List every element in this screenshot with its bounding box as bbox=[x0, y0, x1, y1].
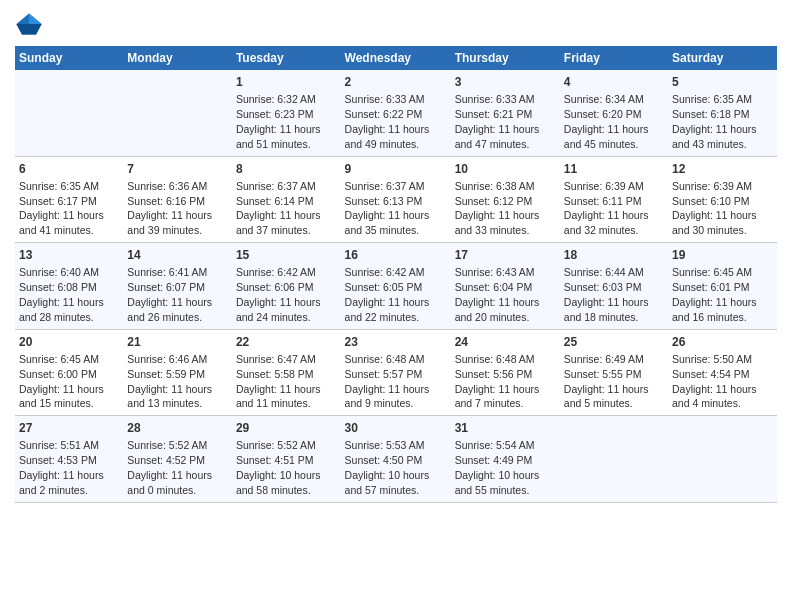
day-number: 12 bbox=[672, 161, 773, 177]
cell-detail: Daylight: 11 hours and 33 minutes. bbox=[455, 209, 540, 236]
cell-detail: Sunset: 6:07 PM bbox=[127, 281, 205, 293]
day-number: 29 bbox=[236, 420, 337, 436]
cell-1-1 bbox=[15, 70, 123, 156]
cell-detail: Sunrise: 6:33 AM bbox=[455, 93, 535, 105]
col-header-wednesday: Wednesday bbox=[341, 46, 451, 70]
cell-detail: Daylight: 11 hours and 51 minutes. bbox=[236, 123, 321, 150]
day-number: 10 bbox=[455, 161, 556, 177]
cell-detail: Sunset: 6:04 PM bbox=[455, 281, 533, 293]
week-row-4: 20Sunrise: 6:45 AMSunset: 6:00 PMDayligh… bbox=[15, 329, 777, 416]
cell-detail: Sunset: 6:01 PM bbox=[672, 281, 750, 293]
cell-4-1: 20Sunrise: 6:45 AMSunset: 6:00 PMDayligh… bbox=[15, 329, 123, 416]
cell-detail: Daylight: 11 hours and 26 minutes. bbox=[127, 296, 212, 323]
cell-detail: Sunset: 5:55 PM bbox=[564, 368, 642, 380]
cell-detail: Daylight: 11 hours and 4 minutes. bbox=[672, 383, 757, 410]
cell-detail: Daylight: 11 hours and 24 minutes. bbox=[236, 296, 321, 323]
week-row-1: 1Sunrise: 6:32 AMSunset: 6:23 PMDaylight… bbox=[15, 70, 777, 156]
cell-2-7: 12Sunrise: 6:39 AMSunset: 6:10 PMDayligh… bbox=[668, 156, 777, 243]
cell-detail: Sunrise: 6:39 AM bbox=[564, 180, 644, 192]
col-header-thursday: Thursday bbox=[451, 46, 560, 70]
cell-detail: Sunrise: 6:47 AM bbox=[236, 353, 316, 365]
cell-detail: Sunrise: 6:35 AM bbox=[19, 180, 99, 192]
cell-detail: Daylight: 11 hours and 35 minutes. bbox=[345, 209, 430, 236]
cell-detail: Sunrise: 6:32 AM bbox=[236, 93, 316, 105]
cell-detail: Sunset: 6:22 PM bbox=[345, 108, 423, 120]
page: SundayMondayTuesdayWednesdayThursdayFrid… bbox=[0, 0, 792, 513]
cell-detail: Sunrise: 6:37 AM bbox=[236, 180, 316, 192]
cell-detail: Daylight: 11 hours and 18 minutes. bbox=[564, 296, 649, 323]
day-number: 2 bbox=[345, 74, 447, 90]
cell-5-7 bbox=[668, 416, 777, 503]
cell-4-4: 23Sunrise: 6:48 AMSunset: 5:57 PMDayligh… bbox=[341, 329, 451, 416]
day-number: 9 bbox=[345, 161, 447, 177]
cell-4-3: 22Sunrise: 6:47 AMSunset: 5:58 PMDayligh… bbox=[232, 329, 341, 416]
day-number: 23 bbox=[345, 334, 447, 350]
day-number: 3 bbox=[455, 74, 556, 90]
cell-5-5: 31Sunrise: 5:54 AMSunset: 4:49 PMDayligh… bbox=[451, 416, 560, 503]
col-header-tuesday: Tuesday bbox=[232, 46, 341, 70]
cell-4-5: 24Sunrise: 6:48 AMSunset: 5:56 PMDayligh… bbox=[451, 329, 560, 416]
day-number: 28 bbox=[127, 420, 228, 436]
cell-detail: Sunset: 6:12 PM bbox=[455, 195, 533, 207]
cell-detail: Sunrise: 6:33 AM bbox=[345, 93, 425, 105]
week-row-2: 6Sunrise: 6:35 AMSunset: 6:17 PMDaylight… bbox=[15, 156, 777, 243]
week-row-3: 13Sunrise: 6:40 AMSunset: 6:08 PMDayligh… bbox=[15, 243, 777, 330]
header bbox=[15, 10, 777, 38]
cell-detail: Sunset: 5:56 PM bbox=[455, 368, 533, 380]
day-number: 24 bbox=[455, 334, 556, 350]
cell-detail: Sunset: 6:06 PM bbox=[236, 281, 314, 293]
cell-detail: Sunset: 6:05 PM bbox=[345, 281, 423, 293]
cell-detail: Sunrise: 5:51 AM bbox=[19, 439, 99, 451]
cell-2-3: 8Sunrise: 6:37 AMSunset: 6:14 PMDaylight… bbox=[232, 156, 341, 243]
cell-detail: Sunset: 6:18 PM bbox=[672, 108, 750, 120]
cell-detail: Sunrise: 6:45 AM bbox=[19, 353, 99, 365]
logo-icon bbox=[15, 10, 43, 38]
day-number: 26 bbox=[672, 334, 773, 350]
cell-detail: Sunset: 6:08 PM bbox=[19, 281, 97, 293]
cell-detail: Daylight: 11 hours and 11 minutes. bbox=[236, 383, 321, 410]
cell-detail: Daylight: 11 hours and 32 minutes. bbox=[564, 209, 649, 236]
cell-detail: Sunset: 6:13 PM bbox=[345, 195, 423, 207]
cell-5-2: 28Sunrise: 5:52 AMSunset: 4:52 PMDayligh… bbox=[123, 416, 232, 503]
svg-marker-2 bbox=[16, 24, 41, 35]
day-number: 14 bbox=[127, 247, 228, 263]
cell-detail: Daylight: 11 hours and 13 minutes. bbox=[127, 383, 212, 410]
cell-4-6: 25Sunrise: 6:49 AMSunset: 5:55 PMDayligh… bbox=[560, 329, 668, 416]
cell-detail: Daylight: 11 hours and 30 minutes. bbox=[672, 209, 757, 236]
day-number: 25 bbox=[564, 334, 664, 350]
cell-detail: Daylight: 11 hours and 47 minutes. bbox=[455, 123, 540, 150]
day-number: 30 bbox=[345, 420, 447, 436]
day-number: 7 bbox=[127, 161, 228, 177]
cell-1-4: 2Sunrise: 6:33 AMSunset: 6:22 PMDaylight… bbox=[341, 70, 451, 156]
cell-2-4: 9Sunrise: 6:37 AMSunset: 6:13 PMDaylight… bbox=[341, 156, 451, 243]
cell-detail: Daylight: 11 hours and 0 minutes. bbox=[127, 469, 212, 496]
cell-detail: Sunset: 6:17 PM bbox=[19, 195, 97, 207]
cell-detail: Sunrise: 5:54 AM bbox=[455, 439, 535, 451]
cell-4-7: 26Sunrise: 5:50 AMSunset: 4:54 PMDayligh… bbox=[668, 329, 777, 416]
cell-detail: Daylight: 11 hours and 16 minutes. bbox=[672, 296, 757, 323]
cell-detail: Sunrise: 6:46 AM bbox=[127, 353, 207, 365]
cell-detail: Sunset: 6:11 PM bbox=[564, 195, 642, 207]
cell-detail: Sunrise: 6:48 AM bbox=[345, 353, 425, 365]
cell-5-6 bbox=[560, 416, 668, 503]
cell-detail: Daylight: 11 hours and 2 minutes. bbox=[19, 469, 104, 496]
cell-detail: Sunrise: 6:34 AM bbox=[564, 93, 644, 105]
cell-detail: Sunset: 6:10 PM bbox=[672, 195, 750, 207]
cell-detail: Sunset: 6:03 PM bbox=[564, 281, 642, 293]
calendar-table: SundayMondayTuesdayWednesdayThursdayFrid… bbox=[15, 46, 777, 503]
cell-detail: Daylight: 11 hours and 15 minutes. bbox=[19, 383, 104, 410]
col-header-friday: Friday bbox=[560, 46, 668, 70]
cell-detail: Sunrise: 6:43 AM bbox=[455, 266, 535, 278]
cell-1-3: 1Sunrise: 6:32 AMSunset: 6:23 PMDaylight… bbox=[232, 70, 341, 156]
cell-detail: Daylight: 10 hours and 57 minutes. bbox=[345, 469, 430, 496]
week-row-5: 27Sunrise: 5:51 AMSunset: 4:53 PMDayligh… bbox=[15, 416, 777, 503]
cell-4-2: 21Sunrise: 6:46 AMSunset: 5:59 PMDayligh… bbox=[123, 329, 232, 416]
col-header-saturday: Saturday bbox=[668, 46, 777, 70]
cell-detail: Daylight: 11 hours and 49 minutes. bbox=[345, 123, 430, 150]
day-number: 15 bbox=[236, 247, 337, 263]
cell-detail: Sunrise: 6:48 AM bbox=[455, 353, 535, 365]
cell-detail: Sunrise: 6:44 AM bbox=[564, 266, 644, 278]
day-number: 1 bbox=[236, 74, 337, 90]
cell-detail: Sunset: 6:20 PM bbox=[564, 108, 642, 120]
cell-2-5: 10Sunrise: 6:38 AMSunset: 6:12 PMDayligh… bbox=[451, 156, 560, 243]
